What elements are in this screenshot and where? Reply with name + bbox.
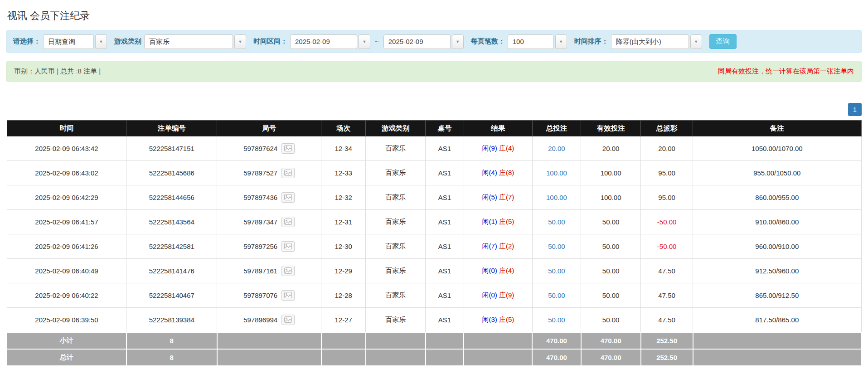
cell-payout: 95.00 — [658, 194, 675, 201]
cell-round-id: 597897527 — [243, 169, 277, 177]
page: 视讯 会员下注纪录 请选择： 日期查询 ▼ 游戏类别 百家乐 ▼ 时间区间： 2… — [0, 0, 868, 375]
empty-cell — [693, 349, 861, 366]
date-from-value[interactable]: 2025-02-09 — [290, 34, 357, 49]
column-header: 游戏类别 — [366, 121, 426, 136]
roadmap-icon — [284, 145, 292, 151]
total-payout: 252.50 — [641, 349, 693, 366]
cell-round-id: 597897347 — [243, 218, 277, 226]
empty-cell — [464, 349, 532, 366]
game-type-value[interactable]: 百家乐 — [144, 34, 233, 49]
page-size-value[interactable]: 100 — [508, 34, 554, 49]
cell-total-bet[interactable]: 50.00 — [548, 218, 565, 226]
chevron-down-icon[interactable]: ▼ — [690, 34, 702, 49]
game-type-dropdown[interactable]: 百家乐 ▼ — [144, 34, 246, 49]
cell-table-no: AS1 — [438, 169, 451, 177]
roadmap-icon-button[interactable] — [281, 290, 295, 301]
table-row: 2025-02-09 06:40:22522258140467597897076… — [7, 283, 861, 308]
chevron-down-icon[interactable]: ▼ — [452, 34, 464, 49]
cell-round-id: 597897076 — [243, 292, 277, 299]
time-sort-dropdown[interactable]: 降幂(由大到小) ▼ — [611, 34, 702, 49]
result-banker: 庄(4) — [499, 267, 514, 274]
roadmap-icon — [284, 170, 292, 176]
date-to-picker[interactable]: 2025-02-09 ▼ — [383, 34, 464, 49]
chevron-down-icon[interactable]: ▼ — [359, 34, 370, 49]
query-type-dropdown[interactable]: 日期查询 ▼ — [43, 34, 107, 49]
cell-bet-id: 522258143564 — [149, 218, 194, 226]
total-row: 总计8470.00470.00252.50 — [7, 349, 861, 366]
chevron-down-icon[interactable]: ▼ — [555, 34, 567, 49]
cell-total-bet[interactable]: 100.00 — [546, 169, 567, 177]
cell-total-bet[interactable]: 50.00 — [548, 316, 565, 324]
cell-time: 2025-02-09 06:40:49 — [35, 267, 98, 275]
cell-bet-id: 522258147151 — [149, 145, 194, 152]
roadmap-icon — [284, 194, 292, 200]
summary-currency-count: 币别：人民币 | 总共 :8 注单 | — [14, 67, 101, 76]
total-count: 8 — [126, 349, 217, 366]
roadmap-icon-button[interactable] — [281, 266, 295, 276]
cell-game-type: 百家乐 — [385, 242, 406, 250]
cell-game-type: 百家乐 — [385, 267, 406, 274]
time-sort-value[interactable]: 降幂(由大到小) — [611, 34, 689, 49]
cell-time: 2025-02-09 06:40:22 — [35, 292, 98, 299]
cell-table-no: AS1 — [438, 243, 451, 250]
cell-valid-bet: 100.00 — [601, 194, 621, 201]
empty-cell — [321, 349, 366, 366]
date-from-picker[interactable]: 2025-02-09 ▼ — [290, 34, 370, 49]
cell-total-bet[interactable]: 50.00 — [548, 292, 565, 299]
roadmap-icon — [284, 219, 292, 225]
cell-bet-id: 522258140467 — [149, 292, 194, 299]
roadmap-icon-button[interactable] — [281, 315, 295, 325]
cell-note: 1050.00/1070.00 — [752, 145, 803, 152]
roadmap-icon-button[interactable] — [281, 217, 295, 227]
query-type-value[interactable]: 日期查询 — [43, 34, 94, 49]
cell-payout: 47.50 — [658, 267, 675, 275]
date-to-value[interactable]: 2025-02-09 — [383, 34, 451, 49]
subtotal-row: 小计8470.00470.00252.50 — [7, 332, 861, 349]
page-size-dropdown[interactable]: 100 ▼ — [508, 34, 567, 49]
cell-total-bet[interactable]: 20.00 — [548, 145, 565, 152]
result-banker: 庄(5) — [499, 218, 514, 225]
cell-time: 2025-02-09 06:43:02 — [35, 169, 98, 177]
result-banker: 庄(9) — [499, 291, 514, 299]
empty-cell — [321, 332, 366, 349]
column-header: 总投注 — [532, 121, 581, 136]
page-number-button[interactable]: 1 — [848, 103, 862, 116]
roadmap-icon-button[interactable] — [281, 168, 295, 178]
cell-round-id: 597897436 — [243, 194, 277, 201]
cell-total-bet[interactable]: 50.00 — [548, 267, 565, 275]
game-type-label: 游戏类别 — [114, 37, 141, 46]
cell-valid-bet: 50.00 — [602, 292, 620, 299]
empty-cell — [426, 332, 464, 349]
cell-valid-bet: 50.00 — [602, 218, 620, 226]
cell-total-bet[interactable]: 50.00 — [548, 243, 565, 250]
subtotal-count: 8 — [126, 332, 217, 349]
chevron-down-icon[interactable]: ▼ — [234, 34, 246, 49]
table-row: 2025-02-09 06:42:29522258144656597897436… — [7, 185, 861, 210]
result-player: 闲(1) — [482, 218, 497, 225]
cell-note: 817.50/865.00 — [755, 316, 799, 324]
roadmap-icon — [284, 267, 292, 274]
cell-session: 12-33 — [335, 169, 352, 177]
cell-total-bet[interactable]: 100.00 — [546, 194, 567, 201]
total-label: 总计 — [7, 349, 126, 366]
cell-game-type: 百家乐 — [385, 144, 406, 152]
chevron-down-icon[interactable]: ▼ — [95, 34, 107, 49]
cell-game-type: 百家乐 — [385, 193, 406, 201]
summary-notice: 同局有效投注，统一计算在该局第一张注单内 — [718, 67, 854, 76]
cell-table-no: AS1 — [438, 194, 451, 201]
roadmap-icon-button[interactable] — [281, 192, 295, 203]
cell-payout: 95.00 — [658, 169, 675, 177]
result-player: 闲(4) — [482, 169, 497, 176]
cell-valid-bet: 100.00 — [601, 169, 621, 177]
roadmap-icon-button[interactable] — [281, 241, 295, 252]
roadmap-icon-button[interactable] — [281, 143, 295, 154]
search-button[interactable]: 查询 — [709, 34, 737, 49]
cell-time: 2025-02-09 06:41:26 — [35, 243, 98, 250]
column-header: 场次 — [321, 121, 366, 136]
cell-bet-id: 522258142581 — [149, 243, 194, 250]
cell-valid-bet: 50.00 — [602, 316, 620, 324]
cell-bet-id: 522258139384 — [149, 316, 194, 324]
cell-time: 2025-02-09 06:39:50 — [35, 316, 98, 324]
result-banker: 庄(4) — [499, 144, 514, 152]
empty-cell — [426, 349, 464, 366]
